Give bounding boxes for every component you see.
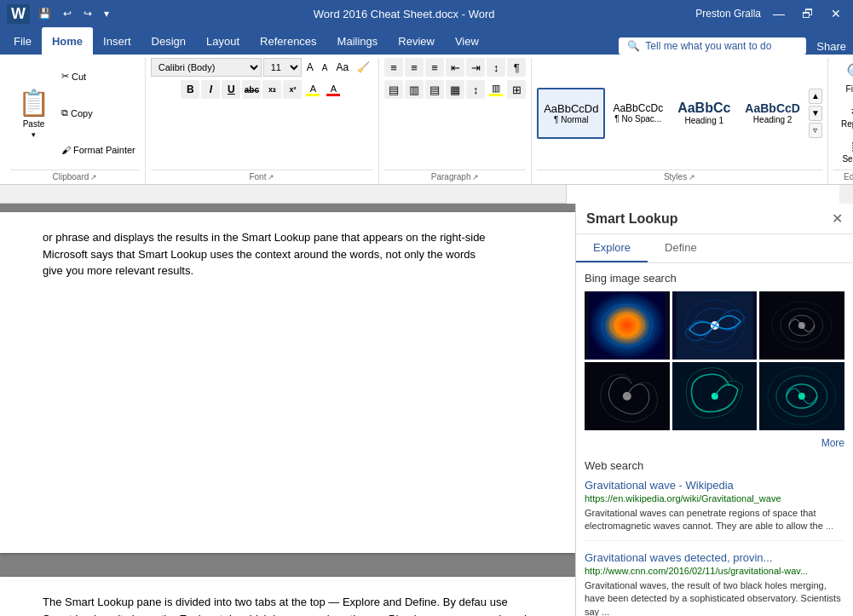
- tell-me-input[interactable]: 🔍 Tell me what you want to do: [619, 37, 806, 55]
- tab-design[interactable]: Design: [141, 27, 196, 55]
- superscript-button[interactable]: x²: [283, 80, 302, 99]
- tell-me-placeholder: Tell me what you want to do: [645, 40, 771, 52]
- bing-more-link[interactable]: More: [585, 437, 844, 449]
- share-button[interactable]: Share: [816, 40, 846, 53]
- search-result-1[interactable]: Gravitational wave - Wikipedia https://e…: [585, 479, 844, 541]
- minimize-button[interactable]: —: [768, 5, 790, 22]
- title-bar-right: Preston Gralla — 🗗 ✕: [695, 5, 846, 22]
- tab-references[interactable]: References: [250, 27, 326, 55]
- page1-text-1: or phrase and displays the results in th…: [43, 229, 533, 279]
- image-cell-6[interactable]: [759, 362, 844, 430]
- panel-close-button[interactable]: ✕: [832, 210, 843, 227]
- font-family-select[interactable]: Calibri (Body): [151, 58, 262, 77]
- quick-redo-button[interactable]: ↪: [80, 6, 95, 21]
- shrink-font-button[interactable]: A: [319, 61, 331, 74]
- styles-scroll-down[interactable]: ▼: [809, 106, 822, 121]
- strikethrough-button[interactable]: abc: [242, 80, 261, 99]
- font-row-2: B I U abc x₂ x² A A: [181, 80, 343, 99]
- styles-expand-icon[interactable]: ↗: [689, 173, 695, 181]
- document-area[interactable]: or phrase and displays the results in th…: [0, 204, 575, 616]
- panel-title: Smart Lookup: [586, 211, 678, 227]
- word-logo-icon: W: [7, 4, 30, 24]
- quick-undo-button[interactable]: ↩: [60, 6, 75, 21]
- tab-layout[interactable]: Layout: [196, 27, 250, 55]
- styles-scroll-up[interactable]: ▲: [809, 89, 822, 104]
- show-marks-button[interactable]: ¶: [507, 58, 526, 77]
- bold-button[interactable]: B: [181, 80, 199, 99]
- close-button[interactable]: ✕: [826, 5, 846, 22]
- font-row-1: Calibri (Body) 11 A A Aa 🧹: [151, 58, 373, 77]
- align-right-button[interactable]: ▤: [425, 80, 444, 99]
- panel-tabs: Explore Define: [576, 234, 853, 263]
- justify-button[interactable]: ▦: [446, 80, 464, 99]
- bing-image-label: Bing image search: [585, 272, 844, 285]
- format-painter-button[interactable]: 🖌 Format Painter: [57, 142, 140, 158]
- font-size-select[interactable]: 11: [263, 58, 302, 77]
- select-button[interactable]: ⬚ Select ▾: [834, 135, 853, 168]
- styles-group-label: Styles ↗: [537, 170, 822, 184]
- panel-tab-explore[interactable]: Explore: [576, 234, 648, 262]
- style-heading-2[interactable]: AaBbCcD Heading 2: [738, 88, 807, 139]
- tab-insert[interactable]: Insert: [93, 27, 141, 55]
- styles-expand[interactable]: ▿: [809, 123, 822, 138]
- numbering-button[interactable]: ≡: [405, 58, 424, 77]
- clipboard-group: 📋 Paste ▾ ✂ Cut ⧉ Copy 🖌 Format Painter: [5, 58, 146, 184]
- align-center-button[interactable]: ▥: [405, 80, 424, 99]
- decrease-indent-button[interactable]: ⇤: [446, 58, 464, 77]
- panel-tab-define[interactable]: Define: [648, 234, 714, 262]
- font-color-bar: [326, 94, 340, 96]
- find-button[interactable]: 🔍 Find ▾: [839, 58, 853, 98]
- font-color-button[interactable]: A: [324, 80, 343, 99]
- clear-format-button[interactable]: 🧹: [354, 60, 373, 75]
- editing-group: 🔍 Find ▾ ⇄ Replace ⬚ Select ▾ Editing: [828, 58, 853, 184]
- grow-font-button[interactable]: A: [303, 60, 317, 75]
- font-highlight-button[interactable]: A: [303, 80, 322, 99]
- tab-view[interactable]: View: [445, 27, 489, 55]
- cut-button[interactable]: ✂ Cut: [57, 68, 140, 84]
- font-expand-icon[interactable]: ↗: [268, 173, 274, 181]
- paragraph-expand-icon[interactable]: ↗: [472, 173, 479, 181]
- image-cell-4[interactable]: [585, 362, 670, 430]
- paragraph-group-label: Paragraph ↗: [384, 170, 526, 184]
- borders-button[interactable]: ⊞: [507, 80, 526, 99]
- style-heading-1[interactable]: AaBbCc Heading 1: [671, 88, 737, 139]
- underline-button[interactable]: U: [222, 80, 240, 99]
- tab-file[interactable]: File: [3, 27, 42, 55]
- italic-button[interactable]: I: [201, 80, 220, 99]
- ruler-row: [0, 185, 853, 204]
- multilevel-button[interactable]: ≡: [425, 58, 444, 77]
- replace-button[interactable]: ⇄ Replace: [833, 100, 853, 133]
- increase-indent-button[interactable]: ⇥: [466, 58, 485, 77]
- styles-group: AaBbCcDd ¶ Normal AaBbCcDc ¶ No Spac... …: [532, 58, 828, 184]
- bullets-button[interactable]: ≡: [384, 58, 403, 77]
- quick-save-button[interactable]: 💾: [35, 6, 55, 21]
- panel-header: Smart Lookup ✕: [576, 204, 853, 234]
- image-cell-5[interactable]: [672, 362, 758, 430]
- panel-ruler-spacer: [566, 185, 839, 204]
- binoculars-icon: 🔍: [846, 62, 853, 83]
- clipboard-group-content: 📋 Paste ▾ ✂ Cut ⧉ Copy 🖌 Format Painter: [10, 58, 140, 168]
- copy-button[interactable]: ⧉ Copy: [57, 105, 140, 121]
- image-cell-3[interactable]: [759, 291, 844, 360]
- search-result-2[interactable]: Gravitational waves detected, provin... …: [585, 551, 844, 616]
- image-cell-2[interactable]: [672, 291, 758, 360]
- tab-mailings[interactable]: Mailings: [327, 27, 389, 55]
- shading-button[interactable]: ▥: [487, 80, 505, 99]
- line-spacing-button[interactable]: ↕: [466, 80, 485, 99]
- tab-review[interactable]: Review: [388, 27, 445, 55]
- sort-button[interactable]: ↕: [487, 58, 505, 77]
- clipboard-expand-icon[interactable]: ↗: [90, 173, 97, 181]
- paste-button[interactable]: 📋 Paste ▾: [10, 58, 57, 168]
- quick-more-button[interactable]: ▾: [101, 6, 112, 21]
- change-case-button[interactable]: Aa: [332, 60, 352, 75]
- restore-button[interactable]: 🗗: [797, 5, 819, 22]
- style-no-space[interactable]: AaBbCcDc ¶ No Spac...: [606, 88, 670, 139]
- page2-text-1: The Smart Lookup pane is divided into tw…: [43, 594, 533, 616]
- paste-icon: 📋: [18, 88, 49, 118]
- style-normal[interactable]: AaBbCcDd ¶ Normal: [537, 88, 605, 139]
- image-cell-1[interactable]: [585, 291, 670, 360]
- align-left-button[interactable]: ▤: [384, 80, 403, 99]
- tab-home[interactable]: Home: [42, 27, 93, 55]
- page-divider: [0, 561, 575, 568]
- subscript-button[interactable]: x₂: [262, 80, 281, 99]
